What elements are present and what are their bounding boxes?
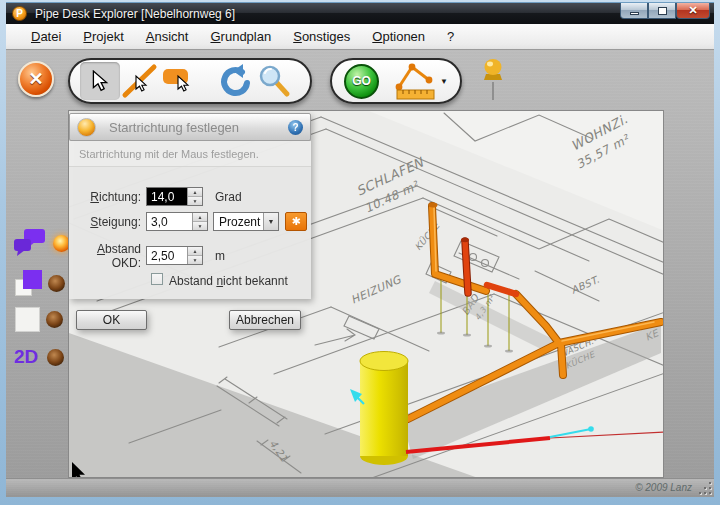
draw-area-tool-button[interactable] [160, 62, 200, 100]
dropdown-arrow-icon[interactable]: ▼ [263, 213, 278, 230]
dialog-orange-sphere-icon [77, 118, 96, 137]
2d-icon: 2D [14, 346, 38, 368]
spin-down-icon[interactable]: ▼ [188, 197, 202, 205]
sidebar-item-2d[interactable]: 2D [14, 346, 64, 368]
cancel-tool-button[interactable]: ✕ [18, 61, 54, 97]
measure-dropdown-icon[interactable]: ▼ [440, 77, 448, 86]
rotate-view-tool-button[interactable] [214, 62, 254, 100]
draw-pipe-tool-button[interactable] [120, 62, 160, 100]
checkbox-row: Abstand nicht bekannt [69, 271, 311, 290]
speech-bubbles-icon [13, 228, 47, 258]
spin-up-icon[interactable]: ▲ [188, 247, 202, 256]
cancel-x-icon: ✕ [28, 68, 43, 90]
viewport[interactable]: SCHLAFEN10.48 m²WOHNZi.35,57 m²HEIZUNGKÜ… [68, 110, 664, 478]
abbrechen-button[interactable]: Abbrechen [229, 310, 301, 330]
abstand-input[interactable]: 2,50 ▲ ▼ [146, 246, 203, 265]
richtung-input[interactable]: 14,0 ▲ ▼ [146, 187, 203, 206]
richtung-unit: Grad [215, 190, 242, 204]
abstand-spinner[interactable]: ▲ ▼ [187, 247, 202, 264]
cursor-icon [91, 70, 109, 92]
app-icon: P [12, 6, 27, 21]
richtung-label: Richtung: [73, 190, 141, 204]
steigung-spinner[interactable]: ▲ ▼ [192, 213, 207, 230]
inactive-indicator [46, 311, 63, 328]
abstand-unknown-checkbox[interactable] [151, 273, 163, 285]
window-title: Pipe Desk Explorer [Nebelhornweg 6] [35, 7, 235, 21]
dialog-header[interactable]: Startrichtung festlegen ? [69, 113, 311, 141]
pin-toolbar-button[interactable] [480, 58, 506, 108]
minimize-icon [630, 12, 639, 15]
steigung-input[interactable]: 3,0 ▲ ▼ [146, 212, 208, 231]
draw-area-icon [161, 62, 199, 100]
zoom-tool-button[interactable] [254, 62, 294, 100]
ok-button[interactable]: OK [76, 310, 147, 330]
minimize-button[interactable] [620, 3, 648, 19]
steigung-label: Steigung: [73, 215, 141, 229]
rotate-icon [216, 63, 252, 99]
select-tool-button[interactable] [80, 62, 120, 100]
app-window: P Pipe Desk Explorer [Nebelhornweg 6] ✕ … [6, 2, 714, 497]
tool-group-draw [68, 58, 312, 104]
dialog-subtitle: Startrichtung mit der Maus festlegen. [69, 141, 311, 167]
blank-plan-icon [15, 307, 40, 332]
tool-group-run: GO ▼ [330, 58, 462, 104]
startrichtung-dialog: Startrichtung festlegen ? Startrichtung … [69, 113, 311, 338]
richtung-row: Richtung: 14,0 ▲ ▼ Grad [69, 187, 311, 206]
draw-pipe-icon [121, 62, 159, 100]
main-content: ✕ [6, 50, 714, 497]
window-frame: P Pipe Desk Explorer [Nebelhornweg 6] ✕ … [0, 0, 720, 505]
close-button[interactable]: ✕ [676, 3, 710, 19]
menu-item-projekt[interactable]: Projekt [72, 26, 134, 47]
inactive-indicator [47, 349, 64, 366]
dialog-title: Startrichtung festlegen [109, 120, 288, 135]
maximize-icon [658, 7, 667, 15]
dialog-help-button[interactable]: ? [288, 120, 303, 135]
steigung-unit-dropdown[interactable]: Prozent ▼ [213, 212, 279, 231]
abstand-label: Abstand OKD: [73, 242, 141, 270]
copyright-text: © 2009 Lanz [635, 482, 692, 493]
maximize-button[interactable] [648, 3, 676, 19]
spin-down-icon[interactable]: ▼ [188, 256, 202, 264]
status-bar: © 2009 Lanz [6, 478, 714, 497]
inactive-indicator [48, 275, 65, 292]
steigung-options-button[interactable]: ✱ [285, 212, 307, 231]
steigung-row: Steigung: 3,0 ▲ ▼ Prozent ▼ ✱ [69, 212, 311, 231]
abstand-unknown-label[interactable]: Abstand nicht bekannt [169, 274, 288, 288]
menu-item-grundplan[interactable]: Grundplan [199, 26, 282, 47]
abstand-row: Abstand OKD: 2,50 ▲ ▼ m [69, 246, 311, 265]
sidebar-item-layers[interactable] [15, 270, 65, 297]
abstand-unit: m [215, 249, 225, 263]
magnifier-icon [256, 63, 292, 99]
spin-down-icon[interactable]: ▼ [193, 222, 207, 230]
toolbar: ✕ [6, 50, 714, 110]
pushpin-icon [480, 58, 506, 104]
cylinder-object[interactable] [360, 352, 408, 466]
close-icon: ✕ [688, 4, 697, 17]
menu-item-help[interactable]: ? [436, 26, 465, 47]
sidebar-item-comments[interactable] [13, 228, 70, 258]
layers-icon [15, 270, 42, 297]
measure-icon [392, 60, 438, 102]
richtung-spinner[interactable]: ▲ ▼ [187, 188, 202, 205]
measure-tool-button[interactable]: ▼ [392, 60, 448, 102]
spin-up-icon[interactable]: ▲ [188, 188, 202, 197]
menu-item-sonstiges[interactable]: Sonstiges [282, 26, 361, 47]
resize-grip[interactable] [699, 482, 711, 494]
go-button[interactable]: GO [344, 64, 379, 99]
menu-item-ansicht[interactable]: Ansicht [135, 26, 200, 47]
dialog-body: Richtung: 14,0 ▲ ▼ Grad Steigung: [69, 167, 311, 299]
menu-bar: Datei Projekt Ansicht Grundplan Sonstige… [6, 24, 714, 50]
menu-item-optionen[interactable]: Optionen [361, 26, 436, 47]
title-bar[interactable]: P Pipe Desk Explorer [Nebelhornweg 6] ✕ [6, 2, 714, 24]
sidebar-item-plan[interactable] [15, 307, 63, 332]
spin-up-icon[interactable]: ▲ [193, 213, 207, 222]
menu-item-datei[interactable]: Datei [20, 26, 72, 47]
